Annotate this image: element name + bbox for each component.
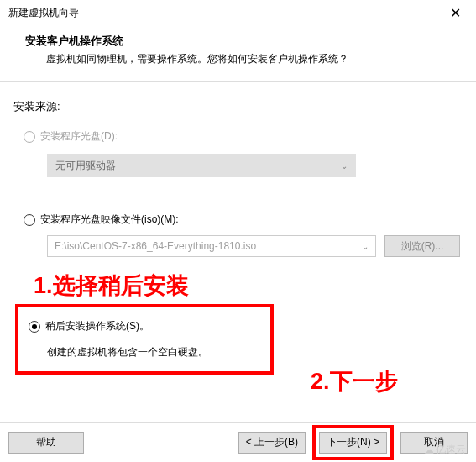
- footer: 帮助 < 上一步(B) 下一步(N) > 取消: [0, 422, 476, 462]
- radio-iso-label: 安装程序光盘映像文件(iso)(M):: [40, 213, 179, 227]
- next-button[interactable]: 下一步(N) >: [319, 432, 387, 454]
- content-area: 安装来源: 安装程序光盘(D): 无可用驱动器 ⌄ 安装程序光盘映像文件(iso…: [0, 82, 476, 385]
- radio-later[interactable]: 稍后安装操作系统(S)。: [29, 319, 260, 333]
- radio-icon: [24, 214, 35, 226]
- radio-later-label: 稍后安装操作系统(S)。: [45, 319, 149, 333]
- later-desc: 创建的虚拟机将包含一个空白硬盘。: [47, 345, 260, 360]
- watermark: ☁ 亿速云: [424, 443, 466, 457]
- radio-icon: [29, 321, 40, 333]
- wizard-header: 安装客户机操作系统 虚拟机如同物理机，需要操作系统。您将如何安装客户机操作系统？: [0, 25, 476, 81]
- iso-path-input[interactable]: E:\iso\CentOS-7-x86_64-Everything-1810.i…: [47, 235, 376, 257]
- close-icon[interactable]: ✕: [443, 3, 468, 23]
- radio-disc[interactable]: 安装程序光盘(D):: [24, 129, 463, 144]
- option-iso-block: 安装程序光盘映像文件(iso)(M): E:\iso\CentOS-7-x86_…: [13, 213, 463, 257]
- header-subtitle: 虚拟机如同物理机，需要操作系统。您将如何安装客户机操作系统？: [46, 52, 459, 66]
- browse-button[interactable]: 浏览(R)...: [384, 235, 460, 257]
- option-later-highlight: 稍后安装操作系统(S)。 创建的虚拟机将包含一个空白硬盘。: [15, 304, 274, 375]
- radio-iso[interactable]: 安装程序光盘映像文件(iso)(M):: [24, 213, 463, 227]
- annotation-1: 1.选择稍后安装: [34, 270, 463, 301]
- radio-disc-label: 安装程序光盘(D):: [40, 129, 118, 144]
- header-title: 安装客户机操作系统: [25, 34, 459, 49]
- window-title: 新建虚拟机向导: [8, 6, 79, 20]
- radio-icon: [24, 131, 35, 143]
- iso-row: E:\iso\CentOS-7-x86_64-Everything-1810.i…: [47, 235, 463, 257]
- annotation-2: 2.下一步: [311, 366, 398, 396]
- option-disc-block: 安装程序光盘(D): 无可用驱动器 ⌄: [13, 129, 463, 177]
- source-label: 安装来源:: [13, 99, 463, 114]
- iso-path-text: E:\iso\CentOS-7-x86_64-Everything-1810.i…: [55, 240, 256, 252]
- drive-select-text: 无可用驱动器: [55, 159, 116, 173]
- back-button[interactable]: < 上一步(B): [238, 432, 306, 454]
- cloud-icon: ☁: [424, 444, 434, 456]
- chevron-down-icon: ⌄: [362, 242, 369, 251]
- chevron-down-icon: ⌄: [341, 161, 348, 171]
- help-button[interactable]: 帮助: [8, 432, 84, 454]
- drive-select[interactable]: 无可用驱动器 ⌄: [47, 154, 356, 177]
- next-button-highlight: 下一步(N) >: [312, 425, 394, 460]
- titlebar: 新建虚拟机向导 ✕: [0, 0, 476, 25]
